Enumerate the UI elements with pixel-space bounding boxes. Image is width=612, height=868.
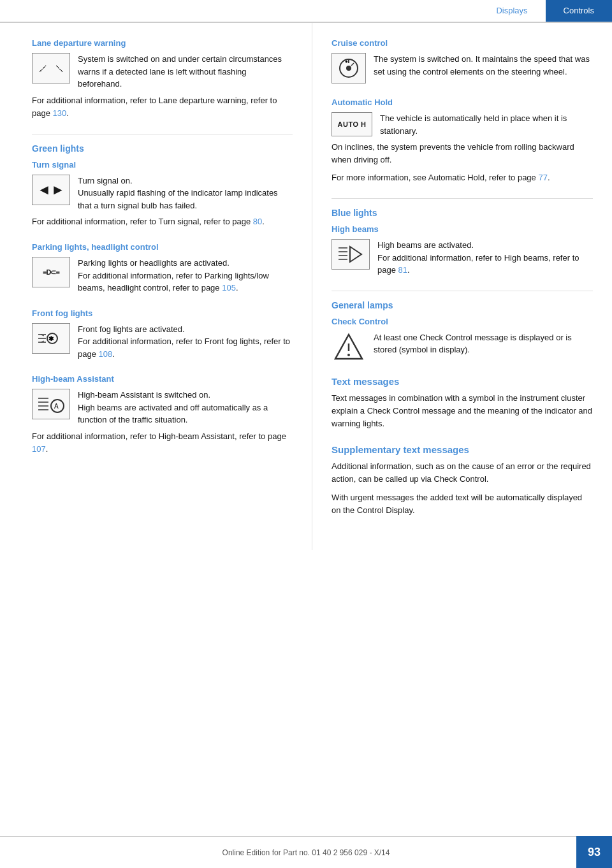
check-control-text: At least one Check Control message is di…	[374, 331, 593, 356]
supplementary-heading: Supplementary text messages	[332, 444, 593, 455]
cruise-control-section: Cruise control ● The system is switched …	[332, 38, 593, 83]
high-beams-text: High beams are activated. For additional…	[377, 239, 593, 277]
parking-lights-icon: ≡D⊂≡	[32, 257, 70, 287]
high-beams-section: High beams High beams are activated.	[332, 224, 593, 277]
text-messages-heading: Text messages	[332, 376, 593, 387]
automatic-hold-heading: Automatic Hold	[332, 98, 593, 107]
turn-signal-icon: ◄►	[32, 175, 70, 205]
divider-2	[332, 198, 593, 199]
divider-1	[32, 134, 293, 134]
supplementary-text1: Additional information, such as on the c…	[332, 460, 593, 486]
high-beams-item: High beams are activated. For additional…	[332, 239, 593, 277]
check-control-item: At least one Check Control message is di…	[332, 331, 593, 362]
turn-signal-text: Turn signal on. Unusually rapid flashing…	[78, 175, 293, 212]
front-fog-icon: ✱	[32, 323, 70, 354]
supplementary-text2: With urgent messages the added text will…	[332, 491, 593, 517]
cruise-control-heading: Cruise control	[332, 38, 593, 48]
automatic-hold-link[interactable]: 77	[538, 173, 547, 182]
parking-lights-link[interactable]: 105	[222, 283, 236, 293]
high-beams-heading: High beams	[332, 224, 593, 234]
tab-displays[interactable]: Displays	[478, 0, 545, 22]
front-fog-text: Front fog lights are activated. For addi…	[78, 323, 293, 361]
green-lights-section: Green lights Turn signal ◄► Turn signal …	[32, 143, 293, 456]
page-number: 93	[588, 846, 601, 859]
svg-text:✱: ✱	[48, 335, 54, 342]
turn-signal-additional: For additional information, refer to Tur…	[32, 215, 293, 228]
turn-signal-heading: Turn signal	[32, 160, 293, 170]
highbeam-assistant-additional: For additional information, refer to Hig…	[32, 430, 293, 456]
highbeam-assistant-icon: A	[32, 389, 70, 419]
lane-departure-link[interactable]: 130	[53, 108, 67, 118]
svg-point-24	[347, 354, 350, 356]
front-fog-heading: Front fog lights	[32, 308, 293, 318]
parking-lights-item: ≡D⊂≡ Parking lights or headlights are ac…	[32, 257, 293, 294]
controls-tab-label: Controls	[564, 6, 594, 15]
turn-signal-item: ◄► Turn signal on. Unusually rapid flash…	[32, 175, 293, 212]
automatic-hold-icon: AUTO H	[332, 112, 372, 136]
high-beams-icon	[332, 239, 370, 270]
svg-point-14	[346, 66, 351, 71]
parking-lights-section: Parking lights, headlight control ≡D⊂≡ P…	[32, 242, 293, 294]
svg-line-16	[351, 63, 354, 66]
automatic-hold-section: Automatic Hold AUTO H The vehicle is aut…	[332, 98, 593, 184]
lane-departure-heading: Lane departure warning	[32, 38, 293, 48]
lane-departure-item: ⟋ ⟍ System is switched on and under cert…	[32, 53, 293, 90]
turn-signal-link[interactable]: 80	[253, 217, 262, 226]
highbeam-assistant-heading: High-beam Assistant	[32, 374, 293, 384]
lane-departure-icon: ⟋ ⟍	[32, 53, 70, 83]
supplementary-section: Supplementary text messages Additional i…	[332, 444, 593, 517]
footer-text: Online Edition for Part no. 01 40 2 956 …	[222, 848, 390, 857]
turn-signal-section: Turn signal ◄► Turn signal on. Unusually…	[32, 160, 293, 229]
highbeam-assistant-text: High-beam Assistant is switched on. High…	[78, 389, 293, 426]
cruise-control-icon: ●	[332, 53, 366, 83]
front-fog-item: ✱ Front fog lights are activated. For ad…	[32, 323, 293, 361]
general-lamps-section: General lamps Check Control At least one…	[332, 300, 593, 362]
check-control-heading: Check Control	[332, 317, 593, 326]
highbeam-assistant-link[interactable]: 107	[32, 444, 46, 454]
divider-3	[332, 291, 593, 291]
highbeam-assistant-item: A High-beam Assistant is switched on. Hi…	[32, 389, 293, 426]
cruise-control-item: ● The system is switched on. It maintain…	[332, 53, 593, 83]
page-header: Displays Controls	[0, 0, 612, 23]
front-fog-section: Front fog lights ✱	[32, 308, 293, 361]
page-number-box: 93	[576, 836, 612, 868]
highbeam-assistant-section: High-beam Assistant A High-beam	[32, 374, 293, 456]
check-control-icon	[332, 331, 366, 362]
header-tabs: Displays Controls	[478, 0, 612, 22]
text-messages-text: Text messages in combination with a symb…	[332, 392, 593, 430]
automatic-hold-text2: On inclines, the system prevents the veh…	[332, 141, 593, 166]
tab-controls[interactable]: Controls	[546, 0, 612, 22]
blue-lights-section: Blue lights High beams	[332, 208, 593, 277]
automatic-hold-text: The vehicle is automatically held in pla…	[380, 112, 593, 137]
lane-departure-section: Lane departure warning ⟋ ⟍ System is swi…	[32, 38, 293, 120]
right-column: Cruise control ● The system is switched …	[312, 23, 612, 550]
svg-text:●: ●	[345, 59, 348, 64]
front-fog-link[interactable]: 108	[99, 349, 113, 359]
high-beams-link[interactable]: 81	[398, 265, 407, 275]
general-lamps-heading: General lamps	[332, 300, 593, 310]
footer: Online Edition for Part no. 01 40 2 956 …	[0, 836, 612, 868]
parking-lights-text: Parking lights or headlights are activat…	[78, 257, 293, 294]
svg-text:A: A	[54, 403, 59, 410]
left-column: Lane departure warning ⟋ ⟍ System is swi…	[0, 23, 312, 550]
automatic-hold-item: AUTO H The vehicle is automatically held…	[332, 112, 593, 137]
cruise-control-text: The system is switched on. It maintains …	[374, 53, 593, 78]
lane-departure-additional: For additional information, refer to Lan…	[32, 94, 293, 120]
blue-lights-heading: Blue lights	[332, 208, 593, 218]
displays-tab-label: Displays	[496, 6, 527, 15]
parking-lights-heading: Parking lights, headlight control	[32, 242, 293, 252]
green-lights-heading: Green lights	[32, 143, 293, 154]
automatic-hold-additional: For more information, see Automatic Hold…	[332, 171, 593, 184]
text-messages-section: Text messages Text messages in combinati…	[332, 376, 593, 430]
main-content: Lane departure warning ⟋ ⟍ System is swi…	[0, 23, 612, 550]
check-control-section: Check Control At least one Check Control…	[332, 317, 593, 362]
lane-departure-text: System is switched on and under certain …	[78, 53, 293, 90]
